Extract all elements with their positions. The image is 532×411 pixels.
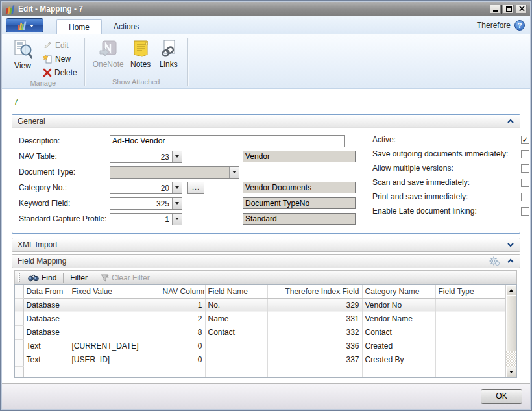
- table-cell[interactable]: No.: [205, 298, 267, 312]
- links-button[interactable]: Links: [155, 38, 182, 70]
- onenote-button[interactable]: OneNote: [90, 38, 127, 70]
- chevron-down-icon[interactable]: [507, 242, 514, 247]
- table-cell[interactable]: 336: [267, 339, 362, 353]
- table-cell[interactable]: Database: [23, 325, 69, 339]
- category-no-combo[interactable]: 20: [110, 182, 182, 194]
- table-cell[interactable]: 0: [160, 339, 205, 353]
- table-cell[interactable]: [205, 353, 267, 366]
- table-cell[interactable]: Contact: [205, 325, 267, 339]
- table-cell[interactable]: 332: [267, 325, 362, 339]
- application-menu-button[interactable]: [6, 18, 43, 32]
- row-selector[interactable]: [15, 353, 23, 366]
- table-cell[interactable]: [USER_ID]: [69, 353, 160, 366]
- column-header[interactable]: Therefore Index Field: [267, 285, 362, 298]
- table-cell[interactable]: Vendor No: [362, 298, 435, 312]
- table-cell[interactable]: Contact: [362, 325, 435, 339]
- table-cell[interactable]: [CURRENT_DATE]: [69, 339, 160, 353]
- table-cell[interactable]: [435, 298, 500, 312]
- table-row[interactable]: Database1No.329Vendor No: [15, 298, 505, 312]
- minimize-button[interactable]: [490, 5, 502, 14]
- table-cell[interactable]: [69, 312, 160, 325]
- checkbox[interactable]: [521, 207, 529, 216]
- scrollbar-thumb[interactable]: [506, 295, 516, 351]
- table-cell[interactable]: Created: [362, 339, 435, 353]
- table-cell[interactable]: 329: [267, 298, 362, 312]
- column-header[interactable]: Field Type: [435, 285, 500, 298]
- table-cell[interactable]: Created By: [362, 353, 435, 366]
- scrollbar-track[interactable]: [506, 351, 516, 367]
- ok-button[interactable]: OK: [481, 389, 522, 404]
- checkbox[interactable]: [521, 179, 529, 187]
- checkbox[interactable]: [521, 150, 529, 158]
- table-row[interactable]: Text[CURRENT_DATE]0336Created: [15, 339, 505, 353]
- table-row[interactable]: Text[USER_ID]0337Created By: [15, 353, 505, 366]
- field-mapping-fasttab[interactable]: Field Mapping: [12, 254, 520, 268]
- view-button[interactable]: View: [7, 38, 38, 71]
- dropdown-button[interactable]: [172, 214, 182, 225]
- title-bar[interactable]: Edit - Mapping - 7: [2, 2, 530, 16]
- table-cell[interactable]: Database: [23, 298, 69, 312]
- row-selector[interactable]: [15, 312, 23, 325]
- table-cell[interactable]: 331: [267, 312, 362, 325]
- dropdown-button[interactable]: [172, 198, 182, 209]
- column-header[interactable]: Data From: [23, 285, 69, 298]
- table-row[interactable]: Database8Contact332Contact: [15, 325, 505, 339]
- checkbox[interactable]: [521, 164, 529, 173]
- gear-icon[interactable]: [489, 256, 500, 266]
- notes-button[interactable]: Notes: [127, 38, 155, 70]
- table-cell[interactable]: 0: [160, 353, 205, 366]
- general-fasttab-header[interactable]: General: [12, 115, 520, 128]
- column-header[interactable]: Fixed Value: [69, 285, 160, 298]
- table-cell[interactable]: 2: [160, 312, 205, 325]
- find-button[interactable]: Find: [23, 271, 61, 284]
- delete-button[interactable]: Delete: [41, 66, 79, 79]
- nav-table-combo[interactable]: 23: [110, 151, 182, 163]
- scroll-down-button[interactable]: [506, 367, 516, 377]
- standard-capture-profile-combo[interactable]: 1: [110, 213, 182, 225]
- table-cell[interactable]: Database: [23, 312, 69, 325]
- row-selector[interactable]: [15, 298, 23, 312]
- checkbox[interactable]: ✓: [521, 136, 529, 144]
- table-cell[interactable]: 337: [267, 353, 362, 366]
- edit-button[interactable]: Edit: [41, 39, 79, 51]
- tab-home[interactable]: Home: [56, 19, 102, 34]
- clear-filter-button[interactable]: Clear Filter: [96, 271, 154, 284]
- table-cell[interactable]: [435, 312, 500, 325]
- description-input[interactable]: [110, 135, 345, 147]
- chevron-up-icon[interactable]: [507, 258, 514, 264]
- new-button[interactable]: New: [41, 53, 79, 65]
- category-assist-button[interactable]: ...: [187, 182, 204, 194]
- table-cell[interactable]: [69, 298, 160, 312]
- table-cell[interactable]: [205, 339, 267, 353]
- table-cell[interactable]: Text: [23, 353, 69, 366]
- table-cell[interactable]: [435, 325, 500, 339]
- column-header[interactable]: NAV Column: [160, 285, 205, 298]
- column-header[interactable]: Category Name: [362, 285, 435, 298]
- table-cell[interactable]: Text: [23, 339, 69, 353]
- filter-button[interactable]: Filter: [66, 271, 92, 284]
- xml-import-fasttab[interactable]: XML Import: [12, 238, 520, 252]
- checkbox[interactable]: [521, 193, 529, 201]
- close-button[interactable]: [516, 5, 527, 14]
- table-cell[interactable]: Vendor Name: [362, 312, 435, 325]
- row-selector[interactable]: [15, 325, 23, 339]
- table-cell[interactable]: 8: [160, 325, 205, 339]
- table-cell[interactable]: [69, 325, 160, 339]
- keyword-field-combo[interactable]: 325: [110, 197, 182, 210]
- toolbar-grip[interactable]: [18, 273, 20, 282]
- table-cell[interactable]: [435, 339, 500, 353]
- table-row[interactable]: Database2Name331Vendor Name: [15, 312, 505, 325]
- tab-actions[interactable]: Actions: [102, 19, 151, 34]
- dropdown-button[interactable]: [172, 182, 182, 193]
- scroll-up-button[interactable]: [506, 285, 516, 295]
- table-cell[interactable]: Name: [205, 312, 267, 325]
- row-selector[interactable]: [15, 339, 23, 353]
- table-cell[interactable]: [435, 353, 500, 366]
- dropdown-button[interactable]: [172, 151, 182, 162]
- table-cell[interactable]: 1: [160, 298, 205, 312]
- column-header[interactable]: Field Name: [205, 285, 267, 298]
- maximize-button[interactable]: [503, 5, 514, 14]
- chevron-up-icon[interactable]: [507, 119, 514, 124]
- help-icon[interactable]: ?: [514, 20, 525, 31]
- vertical-scrollbar[interactable]: [505, 285, 516, 377]
